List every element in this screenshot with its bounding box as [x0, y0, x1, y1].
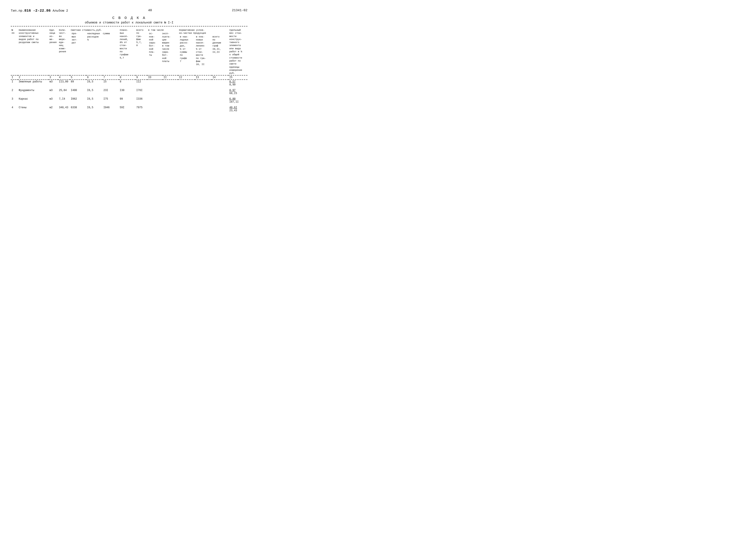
- idx-10: IO: [148, 76, 163, 80]
- row2-separator: [11, 95, 247, 97]
- row2-udel1: 8,97: [229, 89, 236, 92]
- col-exp-header: эксп-луата-циимашинв томчислезара-бот-но…: [161, 32, 178, 63]
- idx-13: I3: [195, 76, 212, 80]
- idx-7: 7: [103, 76, 119, 80]
- row2-ovh-sum: 23I: [103, 88, 119, 95]
- row1-qty: II3,00: [58, 80, 70, 87]
- col-header-8: плано-выхнакоп-лений,8% отстои-мостипогр…: [119, 28, 136, 75]
- col-all2-header: всегоподаннымграфI0,II,I2,I3: [212, 35, 228, 66]
- tip-pr-suffix: Альбом 2: [50, 9, 68, 13]
- row4-direct: 6338: [70, 106, 86, 113]
- row3-total: I336: [136, 97, 148, 104]
- col-header-4: Коли-чест-вомере-еди-ницизме-рения: [58, 28, 70, 75]
- idx-15: I5: [228, 76, 247, 80]
- row1-total: II2: [136, 80, 148, 87]
- col-header-udel: Удельныйвес стои-мостиконструк-тивногоэл…: [228, 28, 247, 75]
- row3-udel: 6,80I87,II: [228, 97, 247, 104]
- tip-pr-number: 816 -2-22.86: [24, 9, 50, 13]
- row1-ovh-sum: I5: [103, 80, 119, 87]
- top-divider: [11, 26, 247, 26]
- row1-os: [148, 80, 163, 87]
- row4-unit: м2: [49, 106, 58, 113]
- row2-unit: м3: [49, 88, 58, 95]
- table-row: 3 Каркас м3 7,I4 I062 I6,5 I75 99 I336 6…: [11, 97, 247, 104]
- row3-separator: [11, 104, 247, 106]
- row4-all2: [212, 106, 228, 113]
- row2-plan: I30: [119, 88, 136, 95]
- row2-exp: [163, 88, 178, 95]
- table-row: 2 Фундаменты м3 25,84 I400 I6,5 23I I30 …: [11, 88, 247, 95]
- row3-direct: I062: [70, 97, 86, 104]
- row2-udel: 8,9768,I5: [228, 88, 247, 95]
- header-right: 21341-02: [232, 9, 247, 12]
- row1-direct: 89: [70, 80, 86, 87]
- row4-ovh-sum: I046: [103, 106, 119, 113]
- main-table: №пп Наименованиеконструктивныхэлементов …: [11, 28, 247, 113]
- col-os-header: ос-нов-нойзара-бот-нойпла-ты: [148, 32, 161, 63]
- idx-12: I2: [178, 76, 195, 80]
- table-row: I Земляные работы м3 II3,00 89 I6,5 I5 8…: [11, 80, 247, 87]
- row1-exp: [163, 80, 178, 87]
- col-nk-pct-header: в нак-ладныхрасхо-дах,% отсуммыпографе7: [179, 35, 195, 66]
- row2-name: Фундаменты: [18, 88, 49, 95]
- idx-4: 4: [58, 76, 70, 80]
- table-row: 4 Стены м2 340,43 6338 I6,5 I046 59I 797…: [11, 106, 247, 113]
- row3-udel1: 6,80: [229, 97, 236, 100]
- col-ovh-sum-header: сумма: [102, 32, 118, 45]
- col-header-intom: в том числе ос-нов-нойзара-бот-нойпла-ты…: [148, 28, 178, 75]
- col-plan2-header: в пла-новыхнакоп-лениях% отстои-мостипо …: [195, 35, 212, 66]
- row4-os: [148, 106, 163, 113]
- row4-pl2: [195, 106, 212, 113]
- row4-num: 4: [11, 106, 18, 113]
- row4-plan: 59I: [119, 106, 136, 113]
- row3-os: [148, 97, 163, 104]
- norm-sub: в нак-ладныхрасхо-дах,% отсуммыпографе7 …: [179, 35, 228, 66]
- row3-pl2: [195, 97, 212, 104]
- row1-unit: м3: [49, 80, 58, 87]
- row4-udel1: 40,6I: [229, 106, 237, 109]
- index-row: I 2 3 4 5 6 7 8 9 IO II I2 I3 I4 I5: [11, 76, 247, 80]
- page-header: Тип.пр.816 -2-22.86 Альбом 2 40 21341-02: [11, 9, 247, 13]
- row1-nk-pct: [178, 80, 195, 87]
- col-header-2: Наименованиеконструктивныхэлементов ивид…: [18, 28, 49, 75]
- row1-plan: 8: [119, 80, 136, 87]
- idx-2: 2: [18, 76, 49, 80]
- row2-os: [148, 88, 163, 95]
- row4-qty: 340,43: [58, 106, 70, 113]
- row1-udel1: 0,57: [229, 80, 236, 83]
- row3-num: 3: [11, 97, 18, 104]
- row1-all2: [212, 80, 228, 87]
- row4-exp: [163, 106, 178, 113]
- col-ovh-pct-header: накладныхрасходов%: [86, 32, 102, 45]
- col-header-normative: Нормативная услов-но-чистая продукция в …: [178, 28, 228, 75]
- row1-udel: 0,570,99: [228, 80, 247, 87]
- row4-udel: 40,6I23,43: [228, 106, 247, 113]
- idx-1: I: [11, 76, 18, 80]
- row3-qty: 7,I4: [58, 97, 70, 104]
- col-direct-header: пря-мыхзат-рат: [71, 32, 86, 45]
- row1-pl2: [195, 80, 212, 87]
- row3-exp: [163, 97, 178, 104]
- row4-name: Стены: [18, 106, 49, 113]
- title-main: С В О Д К А: [11, 16, 247, 20]
- row2-ovh-pct: I6,5: [86, 88, 103, 95]
- col-header-3: Еди-ницаиз-ме-рения: [49, 28, 58, 75]
- row3-plan: 99: [119, 97, 136, 104]
- header-center: 40: [148, 9, 152, 12]
- idx-6: 6: [86, 76, 103, 80]
- row2-direct: I400: [70, 88, 86, 95]
- row3-nk-pct: [178, 97, 195, 104]
- row1-num: I: [11, 80, 18, 87]
- row2-all2: [212, 88, 228, 95]
- row3-name: Каркас: [18, 97, 49, 104]
- idx-8: 8: [119, 76, 136, 80]
- col-header-9: всегопогра-фам5,7,8: [136, 28, 148, 75]
- idx-9: 9: [136, 76, 148, 80]
- col-header-smeta: Сметная стоимость,руб. пря-мыхзат-рат на…: [70, 28, 119, 75]
- row1-ovh-pct: I6,5: [86, 80, 103, 87]
- row2-nk-pct: [178, 88, 195, 95]
- row1-separator: [11, 87, 247, 88]
- row2-pl2: [195, 88, 212, 95]
- row3-ovh-sum: I75: [103, 97, 119, 104]
- row1-name: Земляные работы: [18, 80, 49, 87]
